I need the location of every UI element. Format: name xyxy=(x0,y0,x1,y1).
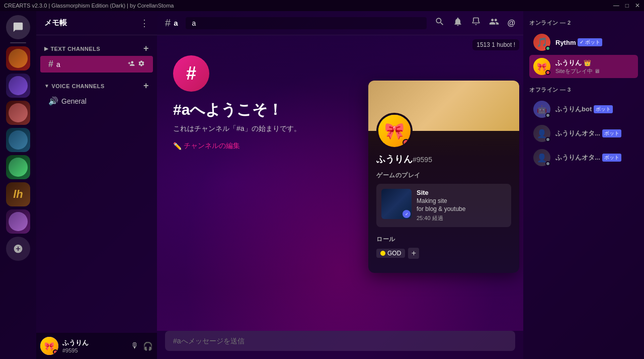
server-icon-4[interactable] xyxy=(6,128,30,152)
voice-channels-category[interactable]: ▼ VOICE CHANNELS + xyxy=(36,77,157,93)
member-fuurinota2[interactable]: 👤 ふうりんオタ... ボット xyxy=(529,146,638,169)
fuurinbot-name-row: ふうりんbot ボット xyxy=(555,105,613,114)
user-info: ふうりん #9595 xyxy=(62,338,127,353)
offline-section-title: オフライン — 3 xyxy=(529,86,638,94)
game-activity: ✓ Site Making site for blog & youtube 25… xyxy=(376,184,511,227)
member-fuurinbot[interactable]: 🤖 ふうりんbot ボット xyxy=(529,98,638,121)
channel-name-a: a xyxy=(56,60,60,68)
god-role-badge: GOD xyxy=(376,249,405,258)
server-name-bar[interactable]: メモ帳 ⋮ xyxy=(36,11,157,35)
live-status-dot xyxy=(403,139,410,146)
ota1-name-row: ふうりんオタ... ボット xyxy=(555,129,621,138)
voice-channels-label: VOICE CHANNELS xyxy=(51,83,104,89)
ota2-badge: ボット xyxy=(602,154,621,162)
roles-section-title: ロール xyxy=(376,235,511,244)
server-icon-5[interactable] xyxy=(6,155,30,179)
headset-button[interactable]: 🎧 xyxy=(143,341,153,351)
collapse-icon: ▶ xyxy=(44,46,49,51)
game-badge: ✓ xyxy=(403,210,411,218)
member-rythm-info: Rythm ✓ ボット xyxy=(555,38,602,46)
ota1-badge: ボット xyxy=(602,129,621,137)
member-avatar-ota2: 👤 xyxy=(533,149,550,166)
member-fuurin[interactable]: 🎀 ふうりん 👑 Siteをプレイ中 🖥 xyxy=(529,55,638,78)
restore-button[interactable]: □ xyxy=(625,2,629,9)
add-text-channel-icon[interactable]: + xyxy=(143,43,149,54)
titlebar: CREARTS v2.3.0 | Glassmorphism Edition (… xyxy=(0,0,644,11)
app-title: CREARTS v2.3.0 | Glassmorphism Edition (… xyxy=(4,3,174,9)
rythm-name: Rythm xyxy=(555,39,576,46)
settings-icon[interactable] xyxy=(138,60,145,68)
game-thumbnail: ✓ xyxy=(381,189,412,219)
text-channels-category[interactable]: ▶ TEXT CHANNELS + xyxy=(36,39,157,56)
roles-section: ロール GOD + xyxy=(376,235,511,259)
member-avatar-ota1: 👤 xyxy=(533,125,550,142)
members-icon[interactable] xyxy=(489,17,499,29)
add-role-button[interactable]: + xyxy=(408,248,419,259)
search-input[interactable] xyxy=(186,17,427,29)
voice-channel-general[interactable]: 🔊 General xyxy=(40,93,153,109)
user-avatar: 🎀 xyxy=(40,337,58,355)
activity-section-title: ゲームのプレイ xyxy=(376,171,511,180)
rythm-name-row: Rythm ✓ ボット xyxy=(555,38,602,46)
profile-banner: 🎀 xyxy=(368,81,519,131)
direct-messages-button[interactable] xyxy=(6,15,30,39)
fuurin-activity: Siteをプレイ中 🖥 xyxy=(555,67,600,75)
offline-members: 🤖 ふうりんbot ボット 👤 ふうりんオ xyxy=(529,98,638,169)
user-bar: 🎀 ふうりん #9595 🎙 🎧 xyxy=(36,333,157,359)
voice-channel-icon: 🔊 xyxy=(48,96,58,106)
category-left: ▶ TEXT CHANNELS xyxy=(44,46,100,52)
channel-title: # a xyxy=(165,17,178,29)
ota2-name-row: ふうりんオタ... ボット xyxy=(555,153,621,162)
ota1-status xyxy=(545,137,550,142)
server-icon-2[interactable] xyxy=(6,74,30,98)
chat-background: # #aへようこそ！ これはチャンネル「#a」の始まりです。 ✏️ チャンネルの… xyxy=(157,35,523,331)
server-list: lh xyxy=(0,11,36,359)
member-avatar-fuurinbot: 🤖 xyxy=(533,101,550,118)
fuurin-crown: 👑 xyxy=(584,59,591,66)
member-fuurin-info: ふうりん 👑 Siteをプレイ中 🖥 xyxy=(555,58,600,75)
user-bar-actions: 🎙 🎧 xyxy=(131,341,153,351)
channel-item-a[interactable]: # a xyxy=(40,56,153,73)
server-icon-3[interactable] xyxy=(6,101,30,125)
search-icon[interactable] xyxy=(435,17,445,29)
invite-icon[interactable] xyxy=(128,60,135,68)
server-icon-7[interactable] xyxy=(6,209,30,234)
microphone-button[interactable]: 🎙 xyxy=(131,341,139,351)
server-icon-1[interactable] xyxy=(6,46,30,70)
at-icon[interactable]: @ xyxy=(507,19,515,28)
channel-hash-icon: # xyxy=(48,59,53,69)
voice-channel-name: General xyxy=(61,97,87,105)
bell-icon[interactable] xyxy=(453,17,463,29)
ota2-status xyxy=(545,161,550,166)
pin-icon[interactable] xyxy=(471,17,481,29)
fuurin-name-row: ふうりん 👑 xyxy=(555,58,600,67)
channel-panel: メモ帳 ⋮ ▶ TEXT CHANNELS + # a xyxy=(36,11,157,359)
server-more-icon[interactable]: ⋮ xyxy=(140,18,149,29)
server-icon-6[interactable]: lh xyxy=(6,182,30,206)
member-fuurinota1[interactable]: 👤 ふうりんオタ... ボット xyxy=(529,122,638,145)
add-voice-channel-icon[interactable]: + xyxy=(143,81,149,91)
pencil-icon: ✏️ xyxy=(173,142,182,150)
user-status-dot xyxy=(53,349,58,354)
close-button[interactable]: ✕ xyxy=(635,2,640,9)
member-avatar-fuurin: 🎀 xyxy=(533,58,550,75)
rythm-status xyxy=(545,46,550,51)
ota2-info: ふうりんオタ... ボット xyxy=(555,153,621,162)
message-input[interactable] xyxy=(165,331,515,351)
game-time: 25:40 経過 xyxy=(417,214,506,222)
fuurin-status xyxy=(545,70,550,75)
voice-collapse-icon: ▼ xyxy=(44,83,49,89)
fuurinbot-status xyxy=(545,113,550,118)
member-rythm[interactable]: 🎵 Rythm ✓ ボット xyxy=(529,31,638,54)
roles-list: GOD + xyxy=(376,248,511,259)
message-input-area xyxy=(157,331,523,359)
minimize-button[interactable]: — xyxy=(613,2,619,9)
edit-channel-label: チャンネルの編集 xyxy=(184,141,240,151)
header-icons: @ xyxy=(435,17,515,29)
online-section-title: オンライン — 2 xyxy=(529,19,638,27)
welcome-hash-icon: # xyxy=(173,55,209,92)
fuurinbot-info: ふうりんbot ボット xyxy=(555,105,613,114)
app-container: lh メモ帳 ⋮ ▶ TEXT CHANNELS xyxy=(0,11,644,359)
user-tag: #9595 xyxy=(62,347,127,353)
add-server-button[interactable] xyxy=(6,237,30,261)
